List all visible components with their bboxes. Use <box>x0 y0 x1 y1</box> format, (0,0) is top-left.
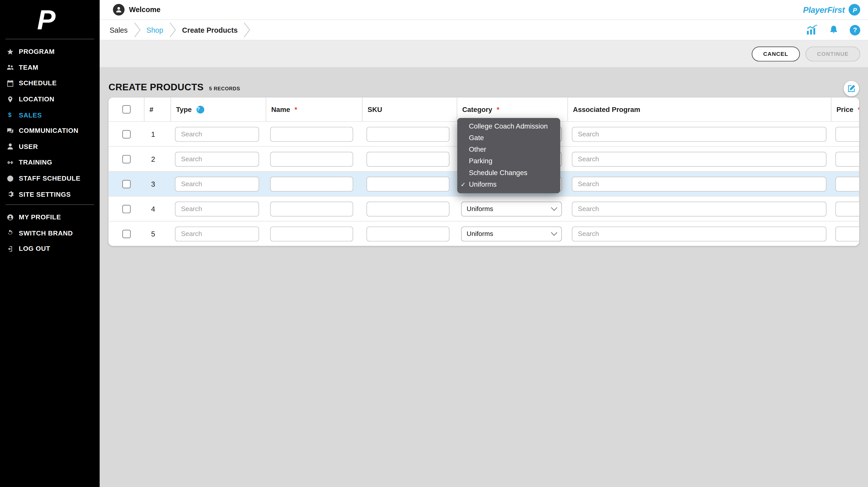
column-header-name: Name* <box>266 97 362 121</box>
dollar-icon: $ <box>5 111 14 119</box>
sidebar-item-site-settings[interactable]: SITE SETTINGS <box>0 186 100 202</box>
program-search-input[interactable] <box>572 226 827 241</box>
program-search-input[interactable] <box>572 201 827 216</box>
playerfirst-logo[interactable]: P <box>0 0 100 39</box>
sidebar-item-label: TEAM <box>19 64 38 71</box>
dropdown-option-college-coach-admission[interactable]: College Coach Admission <box>457 121 560 132</box>
row-checkbox[interactable] <box>122 180 130 188</box>
type-help-icon[interactable]: ? <box>197 105 205 113</box>
sidebar-item-label: COMMUNICATION <box>19 127 79 135</box>
select-all-checkbox[interactable] <box>122 105 130 114</box>
sidebar-item-switch-brand[interactable]: SWITCH BRAND <box>0 225 100 241</box>
analytics-chart-icon[interactable] <box>805 24 817 36</box>
row-number: 4 <box>144 197 170 221</box>
type-search-input[interactable] <box>175 151 259 166</box>
price-input[interactable] <box>835 151 859 166</box>
sku-input[interactable] <box>366 176 450 191</box>
name-input[interactable] <box>270 151 353 166</box>
table-row: 4 Uniforms <box>108 196 859 221</box>
name-input[interactable] <box>270 176 353 191</box>
breadcrumb-shop[interactable]: Shop <box>146 26 163 34</box>
type-search-input[interactable] <box>175 126 259 141</box>
notifications-bell-icon[interactable] <box>828 24 840 36</box>
type-search-input[interactable] <box>175 226 259 241</box>
row-number: 5 <box>144 222 170 246</box>
sidebar-item-log-out[interactable]: LOG OUT <box>0 241 100 257</box>
price-input[interactable] <box>835 126 859 141</box>
header-icons: ? <box>805 24 860 36</box>
sku-input[interactable] <box>366 201 450 216</box>
row-number: 3 <box>144 172 170 196</box>
table-row: 5 Uniforms <box>108 221 859 246</box>
help-icon[interactable]: ? <box>850 25 860 35</box>
team-icon <box>5 64 14 71</box>
price-input[interactable] <box>835 201 859 216</box>
sidebar-item-label: SALES <box>19 111 42 119</box>
name-input[interactable] <box>270 126 353 141</box>
name-input[interactable] <box>270 201 353 216</box>
sidebar-item-label: USER <box>19 143 38 151</box>
dropdown-option-uniforms-selected[interactable]: ✓Uniforms <box>457 179 560 190</box>
sidebar-item-user[interactable]: USER <box>0 139 100 155</box>
category-select[interactable]: Uniforms <box>461 226 562 241</box>
main-area: Welcome PlayerFirst P Sales Shop Create … <box>100 0 868 487</box>
sidebar-item-schedule[interactable]: SCHEDULE <box>0 75 100 91</box>
row-checkbox[interactable] <box>122 130 130 138</box>
column-header-program: Associated Program <box>567 97 831 121</box>
sidebar-item-label: LOG OUT <box>19 245 50 253</box>
chevron-down-icon <box>551 230 557 236</box>
program-search-input[interactable] <box>572 126 827 141</box>
name-input[interactable] <box>270 226 353 241</box>
program-search-input[interactable] <box>572 151 827 166</box>
logout-icon <box>5 245 14 253</box>
row-checkbox[interactable] <box>122 205 130 213</box>
brand-logo-icon: P <box>849 4 860 16</box>
user-avatar-icon[interactable] <box>113 4 124 16</box>
category-select[interactable]: Uniforms <box>461 201 562 216</box>
sku-input[interactable] <box>366 226 450 241</box>
column-header-price: Price* <box>831 97 859 121</box>
breadcrumb-create-products: Create Products <box>182 26 238 34</box>
sidebar-item-label: PROGRAM <box>19 48 55 56</box>
brand-name: PlayerFirst <box>803 5 845 14</box>
edit-columns-button[interactable] <box>844 81 859 96</box>
dropdown-option-parking[interactable]: Parking <box>457 156 560 167</box>
row-checkbox[interactable] <box>122 230 130 238</box>
price-input[interactable] <box>835 226 859 241</box>
dropdown-option-gate[interactable]: Gate <box>457 132 560 144</box>
cancel-button[interactable]: CANCEL <box>751 46 800 61</box>
sidebar-item-staff-schedule[interactable]: STAFF SCHEDULE <box>0 171 100 186</box>
sidebar-item-communication[interactable]: COMMUNICATION <box>0 123 100 139</box>
sidebar-item-team[interactable]: TEAM <box>0 60 100 75</box>
row-number: 2 <box>144 147 170 171</box>
category-dropdown-menu: College Coach Admission Gate Other Parki… <box>457 118 560 193</box>
dropdown-option-schedule-changes[interactable]: Schedule Changes <box>457 167 560 179</box>
required-marker: * <box>858 105 859 113</box>
sidebar-footer-nav: MY PROFILE SWITCH BRAND LOG OUT <box>0 205 100 259</box>
sku-input[interactable] <box>366 151 450 166</box>
chevron-separator-icon <box>133 22 141 38</box>
row-checkbox[interactable] <box>122 155 130 163</box>
sidebar-item-my-profile[interactable]: MY PROFILE <box>0 209 100 225</box>
switch-icon <box>5 229 14 237</box>
sidebar-item-training[interactable]: TRAINING <box>0 155 100 171</box>
price-input[interactable] <box>835 176 859 191</box>
user-icon <box>5 143 14 151</box>
dropdown-option-other[interactable]: Other <box>457 144 560 155</box>
sidebar-item-sales[interactable]: $ SALES <box>0 107 100 123</box>
sku-input[interactable] <box>366 126 450 141</box>
type-search-input[interactable] <box>175 176 259 191</box>
breadcrumb: Sales Shop Create Products <box>110 22 251 38</box>
continue-button[interactable]: CONTINUE <box>805 46 860 61</box>
gear-icon <box>5 190 14 198</box>
sidebar-item-program[interactable]: PROGRAM <box>0 44 100 60</box>
sidebar-item-location[interactable]: LOCATION <box>0 91 100 107</box>
program-search-input[interactable] <box>572 176 827 191</box>
clock-icon <box>5 175 14 182</box>
required-marker: * <box>497 105 499 113</box>
sidebar-item-label: LOCATION <box>19 95 54 103</box>
type-search-input[interactable] <box>175 201 259 216</box>
svg-text:P: P <box>852 6 857 13</box>
welcome-text: Welcome <box>129 5 160 14</box>
breadcrumb-sales[interactable]: Sales <box>110 26 128 34</box>
